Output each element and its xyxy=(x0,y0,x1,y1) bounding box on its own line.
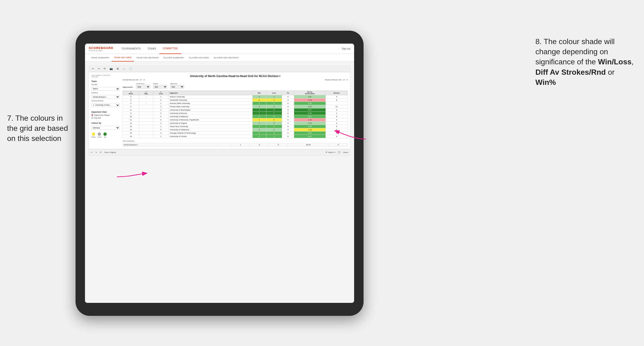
cell-opponent: University of Washington xyxy=(169,108,252,112)
logo-text: SCOREBOARD xyxy=(89,46,113,50)
radio-opponents-played[interactable]: Opponents Played xyxy=(91,114,120,116)
colour-legend: Down Level Up xyxy=(91,133,120,138)
cell-loss: 0 xyxy=(266,118,282,122)
legend-down: Down xyxy=(91,133,96,138)
legend-down-label: Down xyxy=(91,136,96,138)
cell-rounds: 3 xyxy=(326,122,348,125)
nav-items: TOURNAMENTS TEAMS COMMITTEE xyxy=(118,44,338,54)
view-original-btn[interactable]: View: Original xyxy=(104,151,116,154)
cell-tie: 0 xyxy=(282,108,294,112)
redo-btn[interactable]: ↪ xyxy=(95,151,97,154)
cell-conf: 1 xyxy=(153,102,168,105)
grid-records: Overall Record: 89 - 17 - 0 Division Rec… xyxy=(122,79,348,81)
cell-diff: 2.61 xyxy=(294,115,326,118)
radio-opponents-played-dot xyxy=(91,114,93,116)
subnav-player-h2h-grid[interactable]: PLAYER H2H GRID xyxy=(186,54,211,61)
subnav-team-h2h-heatmap[interactable]: TEAM H2H HEATMAP xyxy=(134,54,161,61)
subnav-player-summary[interactable]: PLAYER SUMMARY xyxy=(161,54,186,61)
reset-btn[interactable]: ⟳ xyxy=(100,151,102,154)
tableau-body: Last Updated: 27/03/2024 16:55:38 Team G… xyxy=(89,72,350,149)
sign-out-button[interactable]: Sign out xyxy=(338,47,350,50)
col-reg: #Reg xyxy=(139,91,153,95)
cell-conf: 5 xyxy=(153,115,168,118)
tableau-bottom-bar: ↩ ↪ ⟳ View: Original 👁 Watch ▾ 💬 Share xyxy=(89,149,350,156)
nav-teams[interactable]: TEAMS xyxy=(144,44,159,54)
toolbar-reset[interactable]: ⟳ xyxy=(103,67,107,71)
tablet-frame: SCOREBOARD Powered by clippd TOURNAMENTS… xyxy=(76,31,364,316)
cell-diff: -4.33 xyxy=(294,118,326,122)
toolbar-dash[interactable]: — xyxy=(122,67,126,71)
nav-tournaments[interactable]: TOURNAMENTS xyxy=(118,44,144,54)
division-dropdown[interactable]: NCAA Division I xyxy=(91,95,120,99)
cell-diff: 5.56 xyxy=(294,125,326,128)
legend-up: Up xyxy=(104,133,107,138)
cell-diff: -2.29 xyxy=(294,99,326,102)
cell-diff: 6.62 xyxy=(294,135,326,138)
nav-committee[interactable]: COMMITTEE xyxy=(159,44,181,54)
cell-conf: 2 xyxy=(153,135,168,138)
radio-top100[interactable]: Top 100 xyxy=(91,117,120,119)
gender-dropdown[interactable]: Men's xyxy=(91,87,120,91)
subnav-player-h2h-heatmap[interactable]: PLAYER H2H HEATMAP xyxy=(211,54,241,61)
school-dropdown[interactable]: 1. University of Nort... xyxy=(91,103,120,107)
cell-loss: 0 xyxy=(266,122,282,125)
cell-rounds: 3 xyxy=(326,108,348,112)
cell-reg xyxy=(139,128,153,132)
cell-opponent: Auburn University xyxy=(169,95,252,99)
cell-reg xyxy=(139,105,153,108)
cell-rank: 6 xyxy=(123,105,139,108)
toolbar-copy[interactable]: ⊞ xyxy=(116,67,120,71)
watch-btn[interactable]: 👁 Watch ▾ xyxy=(326,151,335,154)
ood-win: 1 xyxy=(231,143,250,147)
colour-by-dropdown[interactable]: Win/loss xyxy=(91,126,120,130)
comment-btn[interactable]: 💬 xyxy=(338,151,340,154)
cell-diff: 2.33 xyxy=(294,122,326,125)
cell-conf: 3 xyxy=(153,112,168,115)
toolbar-camera[interactable]: 📷 xyxy=(108,67,114,71)
tableau-toolbar: ↩ ↪ ⟳ 📷 ⊞ — 🕐 xyxy=(89,65,350,72)
cell-reg xyxy=(139,112,153,115)
table-row: 9 3 University of Arizona 1 0 0 9.00 2 xyxy=(123,112,348,115)
legend-up-dot xyxy=(104,133,107,136)
cell-rounds xyxy=(326,102,348,105)
cell-rank: 10 xyxy=(123,115,139,118)
annotation-right: 8. The colour shade will change dependin… xyxy=(536,36,637,87)
col-win: Win xyxy=(252,91,266,95)
colour-by-title: Colour by xyxy=(91,122,120,124)
right-content: University of North Carolina Head-to-Hea… xyxy=(122,74,348,147)
conference-filter-select[interactable]: (All) xyxy=(136,85,150,89)
cell-opponent: Florida State University xyxy=(169,105,252,108)
cell-win: 1 xyxy=(252,118,266,122)
out-of-division-row: NCAA Division II 1 0 0 26.00 3 xyxy=(123,143,348,147)
ood-tie: 0 xyxy=(269,143,288,147)
subnav-team-h2h-grid[interactable]: TEAM H2H GRID xyxy=(112,54,134,61)
table-row: 6 2 Florida State University 4 2 0 1.83 … xyxy=(123,105,348,108)
grid-title: University of North Carolina Head-to-Hea… xyxy=(122,74,348,78)
cell-diff: 9.00 xyxy=(294,112,326,115)
col-opponent: Opponent xyxy=(169,91,252,95)
legend-level-dot xyxy=(98,133,101,136)
toolbar-undo[interactable]: ↩ xyxy=(91,67,95,71)
out-of-division-header: Out of division xyxy=(122,140,348,142)
toolbar-clock[interactable]: 🕐 xyxy=(128,67,133,71)
cell-win: 1 xyxy=(252,112,266,115)
bold-win-pct: Win% xyxy=(536,78,556,86)
table-row: 13 1 Texas Tech University 3 0 0 5.56 9 xyxy=(123,125,348,128)
region-filter-select[interactable]: (All) xyxy=(153,85,167,89)
cell-rounds: 9 xyxy=(326,125,348,128)
cell-tie: 0 xyxy=(282,95,294,99)
cell-win: 3 xyxy=(252,115,266,118)
toolbar-redo[interactable]: ↪ xyxy=(97,67,101,71)
cell-win: 5 xyxy=(252,132,266,135)
opponent-filter-select[interactable]: (All) xyxy=(170,85,184,89)
cell-reg: - xyxy=(139,102,153,105)
undo-btn[interactable]: ↩ xyxy=(91,151,92,154)
share-btn[interactable]: Share xyxy=(343,151,348,154)
cell-diff: 4.50 xyxy=(294,132,326,135)
subnav-team-summary[interactable]: TEAM SUMMARY xyxy=(89,54,112,61)
bold-win-loss: Win/Loss xyxy=(598,57,632,66)
cell-opponent: Georgia Institute of Technology xyxy=(169,132,252,135)
cell-tie: 0 xyxy=(282,99,294,102)
cell-loss: 1 xyxy=(266,128,282,132)
cell-opponent: University of Oklahoma xyxy=(169,128,252,132)
